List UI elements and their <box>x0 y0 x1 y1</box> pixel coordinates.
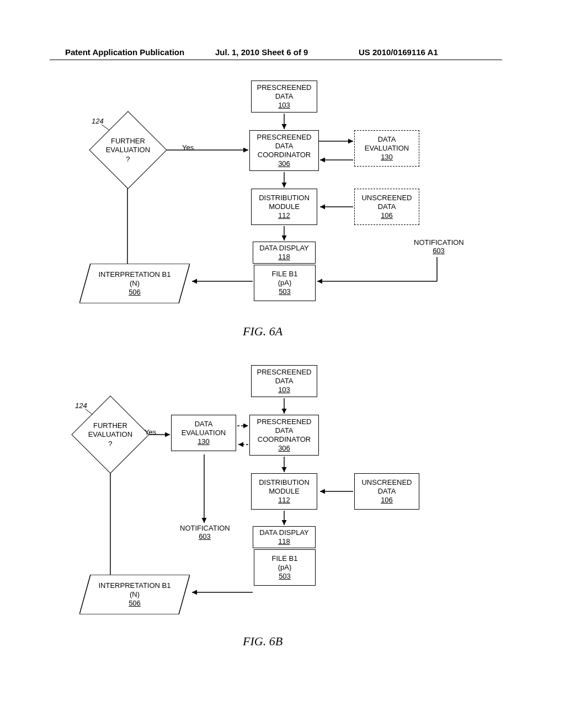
fig6b-prescreened-data: PRESCREENED DATA 103 <box>251 365 317 397</box>
label: NOTIFICATION <box>180 524 230 532</box>
fig6a-yes: Yes <box>182 143 194 152</box>
ref: 130 <box>357 153 417 162</box>
label: COORDINATOR <box>252 435 316 444</box>
label: EVALUATION <box>357 144 417 153</box>
label: NOTIFICATION <box>414 238 464 247</box>
header-mid: Jul. 1, 2010 Sheet 6 of 9 <box>215 47 308 57</box>
label: DISTRIBUTION <box>254 478 315 487</box>
ref: 103 <box>254 101 315 110</box>
label: (N) <box>130 590 140 599</box>
fig6b-caption: FIG. 6B <box>243 634 282 649</box>
label: PRESCREENED <box>252 417 316 426</box>
ref: 112 <box>254 211 315 220</box>
label: EVALUATION <box>174 429 233 437</box>
fig6b-unscreened-data: UNSCREENED DATA 106 <box>354 473 419 510</box>
label: ? <box>108 439 112 447</box>
label: INTERPRETATION B1 <box>99 581 171 590</box>
fig6b-data-display: DATA DISPLAY 118 <box>253 526 316 548</box>
fig6b-yes: Yes <box>145 428 156 436</box>
label: DATA DISPLAY <box>255 528 313 537</box>
label: ? <box>126 154 130 163</box>
label: (pA) <box>278 563 292 572</box>
label: DATA <box>252 142 316 151</box>
patent-page: Patent Application Publication Jul. 1, 2… <box>0 0 565 728</box>
fig6b-coordinator: PRESCREENED DATA COORDINATOR 306 <box>249 415 319 456</box>
header-rule <box>50 60 502 60</box>
ref: 118 <box>255 253 313 261</box>
header-right: US 2010/0169116 A1 <box>359 47 438 57</box>
label: EVALUATION <box>106 146 150 154</box>
ref: 503 <box>279 287 291 296</box>
ref: 506 <box>129 599 141 608</box>
ref: 503 <box>279 572 291 581</box>
label: (N) <box>130 279 140 288</box>
fig6a-interpretation: INTERPRETATION B1 (N) 506 <box>79 264 190 303</box>
ref: 106 <box>357 496 417 505</box>
label: DATA <box>254 377 315 386</box>
label: UNSCREENED <box>357 194 417 202</box>
label: FURTHER <box>111 137 145 145</box>
ref: 506 <box>129 288 141 297</box>
fig6b-file: FILE B1 (pA) 503 <box>254 549 316 586</box>
label: DATA <box>174 420 233 429</box>
ref: 603 <box>199 532 211 540</box>
label: DATA <box>252 426 316 435</box>
fig6a-distribution-module: DISTRIBUTION MODULE 112 <box>251 189 317 225</box>
fig6b-distribution-module: DISTRIBUTION MODULE 112 <box>251 473 317 510</box>
label: FILE B1 <box>272 270 298 279</box>
fig6b-ref124: 124 <box>75 402 87 410</box>
ref: 103 <box>254 386 315 394</box>
ref: 112 <box>254 496 315 505</box>
label: DATA DISPLAY <box>255 244 313 253</box>
fig6a-caption: FIG. 6A <box>243 324 282 339</box>
fig6a-prescreened-data: PRESCREENED DATA 103 <box>251 81 317 113</box>
label: PRESCREENED <box>254 83 315 92</box>
ref: 306 <box>252 159 316 168</box>
label: (pA) <box>278 279 292 287</box>
fig6a-data-evaluation: DATA EVALUATION 130 <box>354 130 419 167</box>
header-left: Patent Application Publication <box>65 47 184 57</box>
label: PRESCREENED <box>252 133 316 142</box>
ref: 118 <box>255 537 313 546</box>
label: DATA <box>254 92 315 101</box>
fig6b-interpretation: INTERPRETATION B1 (N) 506 <box>79 575 190 614</box>
fig6a-file: FILE B1 (pA) 503 <box>254 265 316 301</box>
ref: 130 <box>174 437 233 446</box>
fig6b-notification: NOTIFICATION 603 <box>180 524 230 540</box>
label: DATA <box>357 135 417 144</box>
label: INTERPRETATION B1 <box>99 270 171 279</box>
label: COORDINATOR <box>252 151 316 159</box>
label: UNSCREENED <box>357 478 417 487</box>
ref: 106 <box>357 211 417 220</box>
fig6a-coordinator: PRESCREENED DATA COORDINATOR 306 <box>249 130 319 171</box>
label: MODULE <box>254 202 315 211</box>
fig6a-data-display: DATA DISPLAY 118 <box>253 242 316 264</box>
label: FURTHER <box>93 421 127 430</box>
label: DATA <box>357 487 417 496</box>
label: DATA <box>357 202 417 211</box>
label: DISTRIBUTION <box>254 194 315 202</box>
label: MODULE <box>254 487 315 496</box>
fig6a-ref124: 124 <box>92 117 104 125</box>
label: FILE B1 <box>272 554 298 563</box>
fig6a-unscreened-data: UNSCREENED DATA 106 <box>354 189 419 225</box>
fig6b-data-evaluation: DATA EVALUATION 130 <box>171 415 236 451</box>
label: EVALUATION <box>88 430 132 438</box>
ref: 306 <box>252 444 316 453</box>
ref: 603 <box>433 247 445 255</box>
label: PRESCREENED <box>254 368 315 377</box>
fig6a-notification: NOTIFICATION 603 <box>414 238 463 255</box>
